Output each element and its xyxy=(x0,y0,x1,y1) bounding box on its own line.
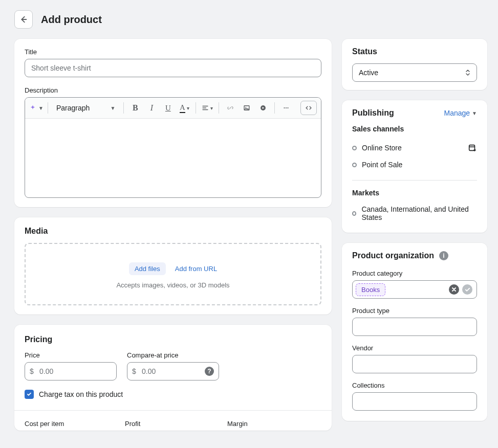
arrow-left-icon xyxy=(19,15,28,24)
charge-tax-label: Charge tax on this product xyxy=(39,390,123,398)
currency-symbol: $ xyxy=(132,367,136,375)
chevron-down-icon: ▾ xyxy=(187,105,189,111)
media-card: Media Add files Add from URL Accepts ima… xyxy=(14,217,332,315)
video-button[interactable] xyxy=(256,101,270,115)
product-type-input[interactable] xyxy=(352,318,477,336)
pricing-card: Pricing Price $ Compare-at price $ xyxy=(14,325,332,431)
pricing-heading: Pricing xyxy=(25,335,321,344)
calendar-plus-icon xyxy=(468,143,477,152)
compare-at-label: Compare-at price xyxy=(127,351,219,359)
description-label: Description xyxy=(25,86,321,94)
organization-heading: Product organization xyxy=(352,251,434,260)
italic-button[interactable]: I xyxy=(144,101,159,115)
play-circle-icon xyxy=(259,104,267,111)
publishing-card: Publishing Manage ▼ Sales channels Onlin… xyxy=(342,100,487,233)
text-color-icon: A xyxy=(180,103,185,113)
link-button[interactable] xyxy=(223,101,237,115)
profit-label: Profit xyxy=(125,420,227,428)
sales-channels-heading: Sales channels xyxy=(352,125,477,133)
chevron-down-icon: ▼ xyxy=(110,105,115,111)
svg-point-4 xyxy=(286,107,287,108)
link-icon xyxy=(227,104,234,111)
clear-category-button[interactable] xyxy=(449,284,459,295)
description-editor: ▼ Paragraph ▼ B I U A ▾ xyxy=(25,97,321,198)
italic-icon: I xyxy=(150,103,153,113)
publishing-heading: Publishing xyxy=(352,108,394,118)
status-ring-icon xyxy=(352,211,356,216)
status-card: Status Active xyxy=(342,39,487,90)
html-source-button[interactable] xyxy=(300,101,317,115)
code-icon xyxy=(305,104,312,111)
underline-button[interactable]: U xyxy=(161,101,175,115)
help-icon[interactable]: ? xyxy=(205,367,214,376)
currency-symbol: $ xyxy=(30,367,34,375)
bold-icon: B xyxy=(133,103,138,113)
svg-point-5 xyxy=(288,107,289,108)
markets-value-row: Canada, International, and United States xyxy=(352,203,477,225)
info-icon[interactable]: i xyxy=(439,251,448,260)
image-button[interactable] xyxy=(240,101,254,115)
price-label: Price xyxy=(25,351,117,359)
chevron-down-icon: ▼ xyxy=(38,105,44,111)
product-basics-card: Title Description ▼ Paragraph ▼ xyxy=(14,39,332,207)
check-icon xyxy=(465,287,470,293)
bold-button[interactable]: B xyxy=(128,101,142,115)
confirm-category-button[interactable] xyxy=(462,284,472,295)
category-chip[interactable]: Books xyxy=(356,283,385,296)
charge-tax-checkbox[interactable] xyxy=(25,390,34,399)
more-button[interactable] xyxy=(279,101,293,115)
image-icon xyxy=(243,104,250,111)
paragraph-style-select[interactable]: Paragraph ▼ xyxy=(52,101,119,115)
collections-label: Collections xyxy=(352,382,477,389)
media-hint: Accepts images, videos, or 3D models xyxy=(31,281,315,289)
close-icon xyxy=(451,287,457,292)
media-heading: Media xyxy=(25,227,321,236)
status-select[interactable]: Active xyxy=(352,63,477,82)
ai-assist-button[interactable]: ▼ xyxy=(29,101,44,115)
collections-input[interactable] xyxy=(352,392,477,411)
align-left-icon xyxy=(202,104,209,111)
text-color-button[interactable]: A ▾ xyxy=(177,101,191,115)
vendor-input[interactable] xyxy=(352,355,477,373)
title-input[interactable] xyxy=(25,59,321,77)
status-ring-icon xyxy=(352,146,357,150)
product-category-label: Product category xyxy=(352,270,477,277)
back-button[interactable] xyxy=(14,10,33,29)
add-from-url-button[interactable]: Add from URL xyxy=(175,265,217,273)
check-icon xyxy=(26,391,32,397)
channel-online-store: Online Store xyxy=(352,139,477,156)
product-organization-card: Product organization i Product category … xyxy=(342,243,487,421)
select-arrows-icon xyxy=(465,69,470,76)
cost-per-item-label: Cost per item xyxy=(25,420,125,428)
page-title: Add product xyxy=(41,14,102,26)
ellipsis-icon xyxy=(283,104,290,111)
media-dropzone[interactable]: Add files Add from URL Accepts images, v… xyxy=(25,243,321,305)
status-heading: Status xyxy=(352,47,477,56)
price-input[interactable] xyxy=(25,362,117,380)
title-label: Title xyxy=(25,48,321,56)
manage-publishing-button[interactable]: Manage ▼ xyxy=(444,109,478,117)
sparkle-icon xyxy=(29,104,36,111)
underline-icon: U xyxy=(165,104,171,113)
description-textarea[interactable] xyxy=(25,119,321,197)
chevron-down-icon: ▼ xyxy=(472,110,477,116)
schedule-button[interactable] xyxy=(468,143,477,152)
markets-heading: Markets xyxy=(352,189,477,197)
vendor-label: Vendor xyxy=(352,344,477,352)
channel-point-of-sale: Point of Sale xyxy=(352,156,477,173)
margin-label: Margin xyxy=(227,420,321,428)
rte-toolbar: ▼ Paragraph ▼ B I U A ▾ xyxy=(25,98,321,119)
status-ring-icon xyxy=(352,163,357,167)
svg-point-3 xyxy=(284,107,285,108)
add-files-button[interactable]: Add files xyxy=(129,262,166,275)
align-button[interactable]: ▾ xyxy=(200,101,214,115)
product-category-input[interactable]: Books xyxy=(352,280,477,299)
product-type-label: Product type xyxy=(352,307,477,315)
svg-point-1 xyxy=(246,107,247,108)
chevron-down-icon: ▾ xyxy=(210,105,213,111)
